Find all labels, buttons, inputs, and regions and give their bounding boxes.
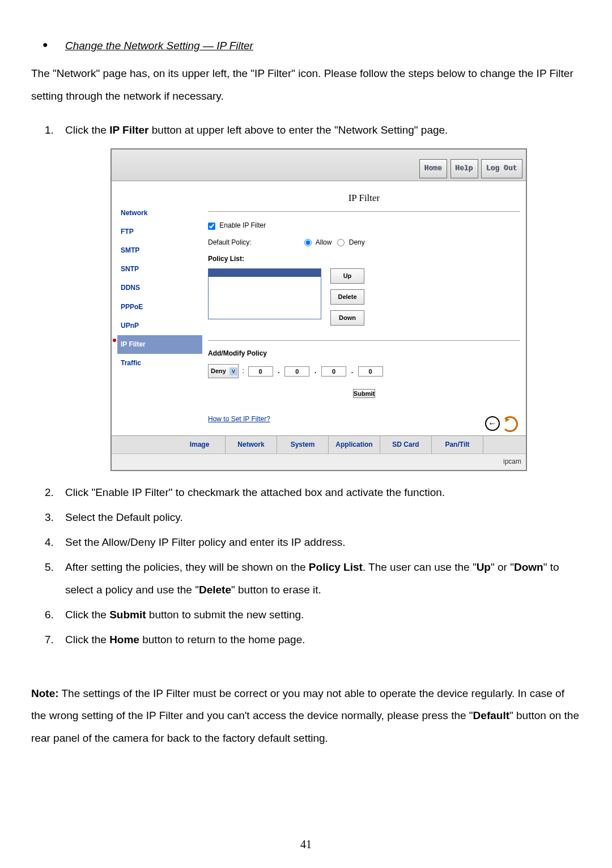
step-5: After setting the policies, they will be… <box>57 556 581 601</box>
delete-button[interactable]: Delete <box>330 289 364 305</box>
chevron-down-icon: v <box>230 367 237 375</box>
brand-label: ipcam <box>112 454 526 470</box>
allow-label: Allow <box>316 238 332 246</box>
divider <box>208 340 520 341</box>
home-button[interactable]: Home <box>419 159 447 178</box>
step-3: Select the Default policy. <box>57 506 581 529</box>
sidebar: Network FTP SMTP SNTP DDNS PPPoE UPnP IP… <box>112 181 202 435</box>
sidebar-item-traffic[interactable]: Traffic <box>117 354 202 373</box>
tab-image[interactable]: Image <box>174 436 226 454</box>
allow-radio[interactable] <box>304 239 312 246</box>
intro-paragraph: The "Network" page has, on its upper lef… <box>31 62 581 108</box>
down-button[interactable]: Down <box>330 310 364 326</box>
default-policy-label: Default Policy: <box>208 238 252 246</box>
policy-type-select[interactable]: Deny v <box>208 364 239 378</box>
instruction-list: Click the IP Filter button at upper left… <box>31 119 581 651</box>
section-heading: Change the Network Setting — IP Filter <box>31 40 581 52</box>
bottom-tabs: Image Network System Application SD Card… <box>112 436 526 454</box>
enable-ipfilter-label: Enable IP Filter <box>219 221 266 229</box>
policy-list-box[interactable] <box>208 268 321 319</box>
sidebar-item-sntp[interactable]: SNTP <box>117 260 202 279</box>
step-2: Click "Enable IP Filter" to checkmark th… <box>57 481 581 504</box>
sidebar-item-pppoe[interactable]: PPPoE <box>117 298 202 317</box>
deny-radio[interactable] <box>337 239 345 246</box>
sidebar-item-upnp[interactable]: UPnP <box>117 317 202 335</box>
ui-topbar: Home Help Log Out <box>112 149 526 181</box>
ip-octet-4[interactable]: 0 <box>358 366 383 377</box>
step-1: Click the IP Filter button at upper left… <box>57 119 581 472</box>
ip-octet-3[interactable]: 0 <box>321 366 346 377</box>
policy-list-header <box>209 269 321 277</box>
section-heading-text: Change the Network Setting — IP Filter <box>65 40 253 52</box>
tab-system[interactable]: System <box>277 436 329 454</box>
tab-sdcard[interactable]: SD Card <box>380 436 432 454</box>
step-6: Click the Submit button to submit the ne… <box>57 604 581 626</box>
policy-list-label: Policy List: <box>208 252 520 266</box>
deny-label: Deny <box>349 238 365 246</box>
submit-button[interactable]: Submit <box>353 389 375 398</box>
add-modify-policy-label: Add/Modify Policy <box>208 347 520 361</box>
embedded-ui-screenshot: Home Help Log Out Network FTP SMTP SNTP … <box>110 148 527 472</box>
up-button[interactable]: Up <box>330 268 364 284</box>
ip-octet-2[interactable]: 0 <box>284 366 309 377</box>
sidebar-item-ipfilter[interactable]: IP Filter <box>117 335 202 354</box>
tab-application[interactable]: Application <box>329 436 380 454</box>
panel-title: IP Filter <box>208 186 520 212</box>
note-paragraph: Note: The settings of the IP Filter must… <box>31 682 581 750</box>
help-button[interactable]: Help <box>450 159 478 178</box>
page-number: 41 <box>0 838 612 851</box>
logout-button[interactable]: Log Out <box>481 159 522 178</box>
enable-ipfilter-checkbox[interactable] <box>208 223 215 230</box>
refresh-icon[interactable] <box>502 416 518 432</box>
ip-octet-1[interactable]: 0 <box>248 366 273 377</box>
sidebar-item-ftp[interactable]: FTP <box>117 223 202 241</box>
how-to-set-link[interactable]: How to Set IP Filter? <box>208 412 270 426</box>
step-7: Click the Home button to return to the h… <box>57 628 581 651</box>
sidebar-item-network[interactable]: Network <box>117 204 202 223</box>
back-icon[interactable]: ← <box>485 416 500 431</box>
step-4: Set the Allow/Deny IP Filter policy and … <box>57 531 581 554</box>
tab-network[interactable]: Network <box>226 436 277 454</box>
sidebar-item-smtp[interactable]: SMTP <box>117 241 202 260</box>
sidebar-item-ddns[interactable]: DDNS <box>117 279 202 297</box>
policy-type-select-value: Deny <box>211 365 226 378</box>
tab-pantilt[interactable]: Pan/Tilt <box>432 436 483 454</box>
